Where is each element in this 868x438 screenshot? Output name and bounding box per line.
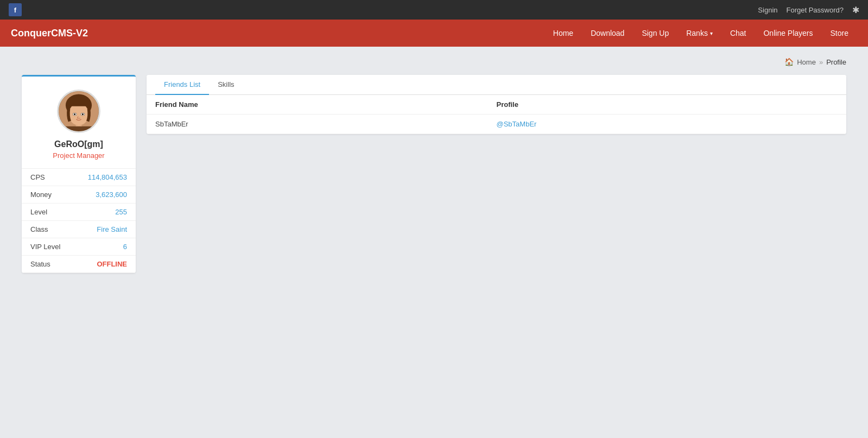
- svg-rect-10: [59, 126, 99, 133]
- stat-cps: CPS 114,804,653: [22, 169, 136, 186]
- profile-username: GeRoO[gm]: [54, 139, 103, 149]
- profile-role: Project Manager: [53, 151, 104, 160]
- friends-table: Friend Name Profile SbTaMbEr @SbTaMbEr: [147, 95, 846, 134]
- svg-point-8: [82, 113, 84, 115]
- home-breadcrumb-icon: 🏠: [784, 58, 794, 66]
- stat-status: Status OFFLINE: [22, 256, 136, 273]
- nav-chat[interactable]: Chat: [721, 20, 755, 47]
- stat-money-value: 3,623,600: [96, 191, 127, 199]
- page-content: 🏠 Home » Profile: [0, 47, 868, 284]
- nav-home[interactable]: Home: [544, 20, 582, 47]
- stat-cps-value: 114,804,653: [88, 173, 127, 181]
- profile-card: GeRoO[gm] Project Manager CPS 114,804,65…: [22, 75, 136, 273]
- content-panel: Friends List Skills Friend Name Profile …: [147, 75, 846, 134]
- forget-password-link[interactable]: Forget Password?: [787, 6, 844, 14]
- tab-friends-list[interactable]: Friends List: [155, 75, 209, 95]
- navbar-brand[interactable]: ConquerCMS-V2: [11, 28, 88, 39]
- header-profile: Profile: [497, 100, 838, 109]
- breadcrumb-home-link[interactable]: Home: [797, 58, 816, 66]
- tabs: Friends List Skills: [147, 75, 846, 95]
- stat-level: Level 255: [22, 204, 136, 221]
- stat-money-label: Money: [30, 191, 52, 199]
- friend-profile-link[interactable]: @SbTaMbEr: [497, 120, 537, 128]
- stat-cps-label: CPS: [30, 173, 45, 181]
- avatar: [57, 90, 100, 133]
- stat-status-value: OFFLINE: [97, 260, 127, 268]
- nav-signup[interactable]: Sign Up: [633, 20, 677, 47]
- svg-point-7: [74, 113, 75, 115]
- breadcrumb-current: Profile: [826, 58, 846, 66]
- stat-status-label: Status: [30, 260, 50, 268]
- stat-vip-label: VIP Level: [30, 243, 60, 251]
- top-bar-left: f: [9, 3, 22, 16]
- nav-ranks[interactable]: Ranks ▾: [677, 20, 721, 47]
- friend-row: SbTaMbEr @SbTaMbEr: [147, 115, 846, 134]
- nav-online-players[interactable]: Online Players: [755, 20, 821, 47]
- stats-table: CPS 114,804,653 Money 3,623,600 Level 25…: [22, 168, 136, 273]
- stat-level-label: Level: [30, 208, 47, 216]
- friend-name: SbTaMbEr: [155, 120, 497, 128]
- nav-items: Home Download Sign Up Ranks ▾ Chat Onlin…: [544, 20, 857, 47]
- breadcrumb-separator: »: [819, 58, 823, 66]
- header-friend-name: Friend Name: [155, 100, 497, 109]
- stat-class: Class Fire Saint: [22, 221, 136, 238]
- friends-table-header: Friend Name Profile: [147, 95, 846, 115]
- avatar-svg: [59, 90, 99, 133]
- stat-vip: VIP Level 6: [22, 238, 136, 256]
- svg-point-2: [69, 103, 89, 125]
- tab-skills[interactable]: Skills: [209, 75, 243, 95]
- stat-money: Money 3,623,600: [22, 186, 136, 204]
- top-bar: f Signin Forget Password? ✱: [0, 0, 868, 20]
- signin-link[interactable]: Signin: [758, 6, 777, 14]
- ranks-dropdown-arrow: ▾: [710, 30, 713, 36]
- stat-class-label: Class: [30, 225, 48, 233]
- share-icon[interactable]: ✱: [852, 5, 859, 15]
- facebook-icon[interactable]: f: [9, 3, 22, 16]
- stat-class-value: Fire Saint: [97, 225, 127, 233]
- breadcrumb: 🏠 Home » Profile: [22, 58, 846, 66]
- profile-card-top: GeRoO[gm] Project Manager: [22, 77, 136, 168]
- friend-profile-link-cell: @SbTaMbEr: [497, 120, 838, 128]
- main-layout: GeRoO[gm] Project Manager CPS 114,804,65…: [22, 75, 846, 273]
- navbar: ConquerCMS-V2 Home Download Sign Up Rank…: [0, 20, 868, 47]
- nav-store[interactable]: Store: [822, 20, 857, 47]
- nav-download[interactable]: Download: [582, 20, 633, 47]
- top-bar-right: Signin Forget Password? ✱: [758, 5, 859, 15]
- stat-vip-value: 6: [123, 243, 127, 251]
- stat-level-value: 255: [115, 208, 127, 216]
